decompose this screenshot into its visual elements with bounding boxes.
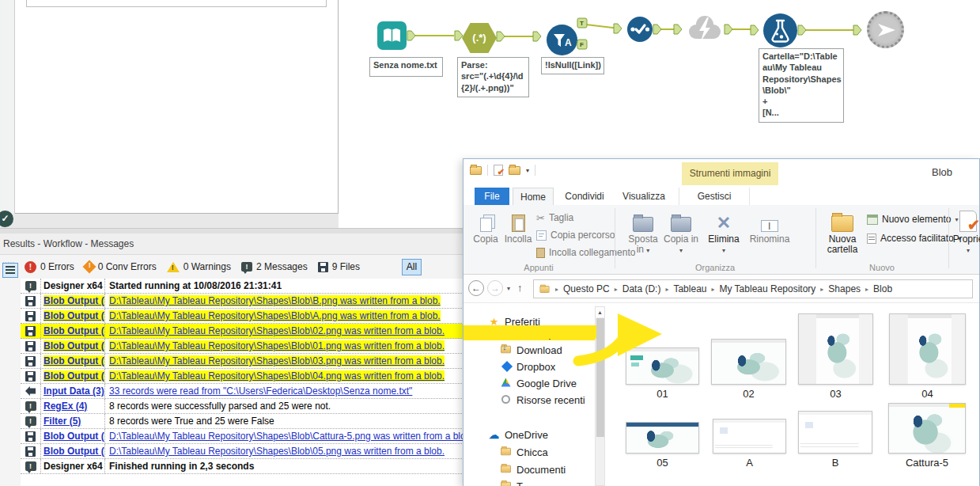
files-filter-button[interactable]: 9 Files [318, 261, 360, 272]
breadcrumb-item[interactable]: Questo PC [563, 283, 610, 294]
tool-link[interactable]: Blob Output (8) [44, 355, 105, 366]
message-link[interactable]: D:\Tableau\My Tableau Repository\Shapes\… [109, 310, 441, 321]
file-thumbnail [798, 313, 873, 385]
breadcrumb[interactable]: ▸ Questo PC▸ Data (D:)▸ Tableau▸ My Tabl… [533, 279, 973, 298]
message-link[interactable]: D:\Tableau\My Tableau Repository\Shapes\… [109, 295, 441, 306]
message-icon: ! [241, 262, 252, 271]
folder-icon [501, 447, 511, 454]
file-item-03[interactable]: 03 [798, 303, 873, 400]
message-link[interactable]: D:\Tableau\My Tableau Repository\Shapes\… [109, 340, 445, 351]
message-link[interactable]: D:\Tableau\My Tableau Repository\Shapes\… [109, 325, 445, 336]
breadcrumb-item[interactable]: Tableau [673, 283, 706, 294]
message-view-button[interactable] [2, 263, 18, 278]
new-folder-icon [831, 215, 853, 232]
file-item-A[interactable]: A [713, 403, 786, 469]
qat-dropdown-icon[interactable]: ▾ [526, 167, 529, 174]
message-link[interactable]: D:\Tableau\My Tableau Repository\Shapes\… [109, 446, 445, 457]
new-folder-button[interactable]: Nuova cartella [821, 208, 864, 255]
warnings-filter-button[interactable]: !0 Warnings [167, 261, 231, 272]
qat-properties-icon[interactable]: ✔ [494, 165, 503, 176]
file-label: B [798, 457, 872, 469]
result-row: Blob Output (8)D:\Tableau\My Tableau Rep… [21, 369, 464, 384]
errors-filter-button[interactable]: !0 Errors [25, 261, 74, 273]
message-icon: ! [25, 401, 36, 411]
properties-button[interactable]: ✔Proprie▾ [952, 208, 980, 256]
tab-file[interactable]: File [475, 188, 509, 205]
file-item-02[interactable]: 02 [711, 303, 786, 400]
history-dropdown-icon[interactable]: ▾ [507, 285, 510, 292]
rename-button[interactable]: Rinomina [745, 208, 794, 245]
tool-link[interactable]: Blob Output (8) [44, 340, 105, 351]
conv-errors-filter-button[interactable]: !0 Conv Errors [85, 261, 157, 272]
tool-link[interactable]: Blob Output (8) [44, 431, 105, 442]
file-item-05[interactable]: 05 [626, 403, 699, 469]
results-panel-title: Results - Workflow - Messages [0, 234, 464, 255]
move-to-button[interactable]: Sposta in ▾ [625, 208, 661, 256]
paste-shortcut-button[interactable]: Incolla collegamento [536, 244, 635, 261]
tool-link[interactable]: Blob Output (8) [44, 295, 105, 306]
tab-home[interactable]: Home [513, 188, 554, 205]
tool-link[interactable]: Blob Output (8) [44, 446, 105, 457]
error-icon: ! [25, 261, 36, 273]
message-icon: ! [25, 416, 36, 426]
copy-path-button[interactable]: Copia percorso [536, 226, 615, 244]
easy-access-button[interactable]: Accesso facilitato▾ [867, 230, 961, 247]
file-label: 05 [626, 457, 699, 469]
delete-button[interactable]: ✕Elimina▾ [704, 208, 744, 256]
file-item-cattura5[interactable]: Cattura-5 [888, 403, 966, 469]
breadcrumb-item[interactable]: Shapes [828, 283, 861, 294]
sidebar-scrollbar[interactable]: ▲ [595, 306, 605, 486]
copy-button[interactable]: Copia [470, 208, 501, 245]
back-button[interactable]: ← [468, 280, 484, 296]
results-toolbar: !0 Errors !0 Conv Errors !0 Warnings !2 … [21, 255, 464, 279]
address-bar: ← → ▾ ↑ ▸ Questo PC▸ Data (D:)▸ Tableau▸… [464, 275, 979, 303]
file-item-01[interactable]: 01 [626, 303, 699, 400]
result-row: !RegEx (4)8 records were successfully pa… [21, 399, 464, 414]
scrollbar-thumb[interactable] [596, 318, 604, 437]
result-row: Blob Output (8)D:\Tableau\My Tableau Rep… [21, 444, 464, 459]
forward-button[interactable]: → [487, 280, 503, 296]
messages-filter-button[interactable]: !2 Messages [241, 261, 308, 272]
tab-manage[interactable]: Gestisci [679, 188, 750, 205]
file-icon [25, 356, 36, 366]
properties-icon: ✔ [959, 211, 977, 232]
file-item-04[interactable]: 04 [889, 303, 966, 400]
copy-to-button[interactable]: Copia in ▾ [663, 208, 699, 256]
tool-link[interactable]: Input Data (3) [44, 385, 104, 397]
explorer-titlebar[interactable]: ✔ ▾ Strumenti immagini Blob [464, 159, 979, 185]
tool-link[interactable]: RegEx (4) [44, 401, 87, 412]
breadcrumb-item[interactable]: My Tableau Repository [720, 283, 816, 294]
all-filter-button[interactable]: All [402, 259, 422, 275]
breadcrumb-item[interactable]: Blob [873, 283, 892, 294]
file-thumbnail [889, 313, 966, 385]
input-data-icon [25, 386, 36, 396]
message-link[interactable]: 33 records were read from "C:\Users\Fede… [109, 385, 412, 397]
result-row: Input Data (3)33 records were read from … [21, 384, 464, 399]
file-thumbnail [626, 422, 699, 454]
new-item-button[interactable]: Nuovo elemento▾ [867, 211, 958, 228]
file-item-B[interactable]: B [798, 403, 872, 469]
breadcrumb-item[interactable]: Data (D:) [622, 283, 661, 294]
message-link[interactable]: D:\Tableau\My Tableau Repository\Shapes\… [109, 370, 445, 382]
tool-link[interactable]: Blob Output (8) [44, 310, 105, 321]
file-icon [25, 326, 36, 336]
message-link[interactable]: D:\Tableau\My Tableau Repository\Shapes\… [109, 431, 464, 442]
paste-button[interactable]: Incolla [501, 208, 535, 245]
tool-link[interactable]: Blob Output (8) [44, 325, 105, 336]
cut-button[interactable]: ✂Taglia [536, 209, 573, 226]
tab-share[interactable]: Condividi [557, 188, 612, 205]
tab-view[interactable]: Visualizza [615, 188, 672, 205]
message-link[interactable]: D:\Tableau\My Tableau Repository\Shapes\… [109, 355, 445, 366]
tool-link[interactable]: Filter (5) [44, 416, 81, 427]
scroll-up-icon[interactable]: ▲ [596, 307, 604, 317]
clipboard-group-label: Appunti [464, 263, 614, 272]
conv-error-icon: ! [82, 260, 96, 274]
file-thumbnail [798, 411, 872, 454]
ribbon: Copia Incolla ✂Taglia Copia percorso Inc… [464, 205, 979, 275]
copy-icon [480, 218, 492, 232]
tool-link[interactable]: Blob Output (8) [44, 370, 105, 382]
file-icon [25, 341, 36, 351]
up-button[interactable]: ↑ [517, 282, 523, 294]
file-icon [25, 311, 36, 321]
qat-newfolder-icon[interactable] [509, 166, 520, 175]
